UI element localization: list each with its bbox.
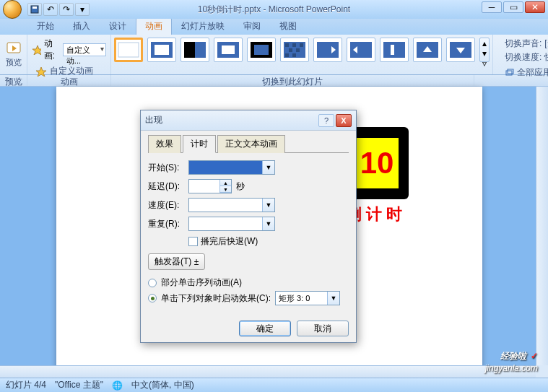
ribbon-group-animation: 动画: 自定义动... 自定义动画: [27, 35, 111, 74]
transition-7[interactable]: [313, 38, 342, 62]
svg-rect-18: [300, 43, 303, 47]
svg-rect-12: [222, 45, 235, 54]
svg-rect-19: [289, 48, 292, 52]
svg-rect-20: [296, 48, 300, 52]
animation-dropdown[interactable]: 自定义动...: [63, 43, 106, 56]
trigger-object-combo[interactable]: 矩形 3: 0 ▼: [275, 291, 340, 305]
qat-undo[interactable]: ↶: [43, 3, 58, 16]
star-icon: [32, 45, 41, 55]
radio-object-label: 单击下列对象时启动效果(C):: [161, 292, 271, 305]
svg-rect-37: [508, 69, 513, 74]
dialog-help-button[interactable]: ?: [318, 114, 334, 127]
dialog-titlebar[interactable]: 出现 ? X: [141, 110, 356, 131]
speed-dropdown[interactable]: 快速: [544, 51, 548, 64]
qat-redo[interactable]: ↷: [59, 3, 74, 16]
dialog-tab-effect[interactable]: 效果: [148, 135, 181, 153]
svg-rect-6: [118, 43, 139, 57]
svg-rect-22: [292, 53, 296, 57]
repeat-label: 重复(R):: [148, 218, 184, 230]
transition-none[interactable]: [114, 38, 143, 62]
band-preview: 预览: [0, 75, 27, 86]
tab-review[interactable]: 审阅: [234, 17, 270, 35]
dialog-tab-timing[interactable]: 计时: [183, 135, 216, 153]
apply-all-button[interactable]: 全部应用: [502, 65, 548, 80]
ribbon: 预览 动画: 自定义动... 自定义动画 ▴▾▿: [0, 35, 548, 75]
quick-access-toolbar: ↶ ↷ ▾: [27, 3, 90, 16]
ribbon-tabs: 开始 插入 设计 动画 幻灯片放映 审阅 视图: [0, 19, 548, 35]
start-combo[interactable]: ▼: [188, 160, 275, 175]
transition-8[interactable]: [347, 38, 375, 62]
radio-sequence-label: 部分单击序列动画(A): [161, 276, 242, 289]
speed-label: 速度(E):: [148, 199, 184, 212]
transition-9[interactable]: [380, 38, 409, 62]
transition-11[interactable]: [446, 38, 475, 62]
qat-save[interactable]: [27, 3, 42, 16]
watermark: 经验啦 ✓ jingyanla.com: [485, 344, 538, 373]
trigger-button[interactable]: 触发器(T) ±: [148, 253, 205, 270]
tab-design[interactable]: 设计: [100, 17, 136, 35]
dialog-close-button[interactable]: X: [336, 114, 352, 127]
svg-marker-5: [36, 67, 46, 77]
statusbar: 幻灯片 4/4 "Office 主题" 🌐 中文(简体, 中国): [0, 378, 548, 392]
svg-rect-10: [184, 42, 195, 58]
transition-6[interactable]: [280, 38, 309, 62]
status-theme: "Office 主题": [55, 379, 103, 391]
ribbon-group-preview: 预览: [0, 35, 27, 74]
repeat-combo[interactable]: ▼: [188, 217, 275, 231]
sound-dropdown[interactable]: [无声音: [544, 38, 548, 50]
rewind-label: 播完后快退(W): [201, 235, 258, 248]
window-min-button[interactable]: ─: [482, 1, 502, 13]
dialog-title: 出现: [145, 114, 318, 126]
qat-dropdown[interactable]: ▾: [75, 3, 90, 16]
start-label: 开始(S):: [148, 162, 184, 174]
preview-button[interactable]: 预览: [4, 39, 24, 70]
countdown-inner: 10: [355, 138, 399, 188]
preview-icon: [6, 41, 22, 56]
tab-insert[interactable]: 插入: [64, 17, 100, 35]
transition-10[interactable]: [413, 38, 442, 62]
transition-4[interactable]: [214, 38, 243, 62]
custom-anim-icon: [35, 66, 47, 77]
ok-button[interactable]: 确定: [239, 321, 291, 336]
appear-dialog: 出现 ? X 效果 计时 正文文本动画 开始(S): ▼ 延迟(D): ▲▼ 秒…: [140, 110, 357, 343]
radio-sequence[interactable]: [148, 279, 157, 287]
speed-combo[interactable]: ▼: [188, 198, 275, 212]
office-orb[interactable]: [3, 0, 22, 19]
vertical-scrollbar[interactable]: [536, 87, 548, 378]
tab-slideshow[interactable]: 幻灯片放映: [172, 17, 234, 35]
rewind-checkbox[interactable]: [188, 237, 198, 246]
delay-unit: 秒: [236, 180, 245, 193]
svg-rect-21: [285, 53, 289, 57]
svg-marker-28: [391, 45, 394, 55]
window-max-button[interactable]: ▭: [503, 1, 523, 13]
svg-rect-36: [506, 71, 512, 75]
chevron-down-icon: ▼: [262, 199, 274, 212]
countdown-number: 10: [360, 146, 394, 180]
cancel-button[interactable]: 取消: [297, 321, 349, 336]
transition-2[interactable]: [147, 38, 176, 62]
delay-spinner[interactable]: ▲▼: [188, 179, 232, 193]
ribbon-group-transopts: 切换声音:[无声音 切换速度:快速 全部应用: [493, 35, 548, 74]
dialog-tab-text[interactable]: 正文文本动画: [217, 135, 285, 153]
ribbon-group-transition: ▴▾▿: [111, 35, 493, 74]
window-titlebar: ↶ ↷ ▾ 10秒倒计时.pptx - Microsoft PowerPoint…: [0, 0, 548, 19]
window-title: 10秒倒计时.pptx - Microsoft PowerPoint: [198, 4, 350, 16]
tab-view[interactable]: 视图: [270, 17, 306, 35]
tab-animations[interactable]: 动画: [136, 17, 172, 35]
radio-object[interactable]: [148, 294, 157, 302]
status-lang-icon: 🌐: [112, 380, 123, 391]
transition-5[interactable]: [247, 38, 276, 62]
chevron-down-icon: ▼: [262, 217, 274, 230]
tab-home[interactable]: 开始: [27, 17, 64, 35]
transition-3[interactable]: [181, 38, 209, 62]
gallery-expand[interactable]: ▴▾▿: [479, 38, 490, 62]
horizontal-scrollbar[interactable]: [0, 365, 536, 378]
transition-gallery: ▴▾▿: [111, 35, 492, 65]
band-trans: 切换到此幻灯片: [111, 75, 474, 86]
delay-label: 延迟(D):: [148, 180, 184, 193]
svg-rect-8: [155, 45, 169, 55]
svg-marker-4: [32, 45, 41, 55]
window-close-button[interactable]: ✕: [525, 1, 545, 13]
chevron-down-icon: ▼: [262, 161, 274, 174]
dialog-tabs: 效果 计时 正文文本动画: [148, 135, 349, 153]
